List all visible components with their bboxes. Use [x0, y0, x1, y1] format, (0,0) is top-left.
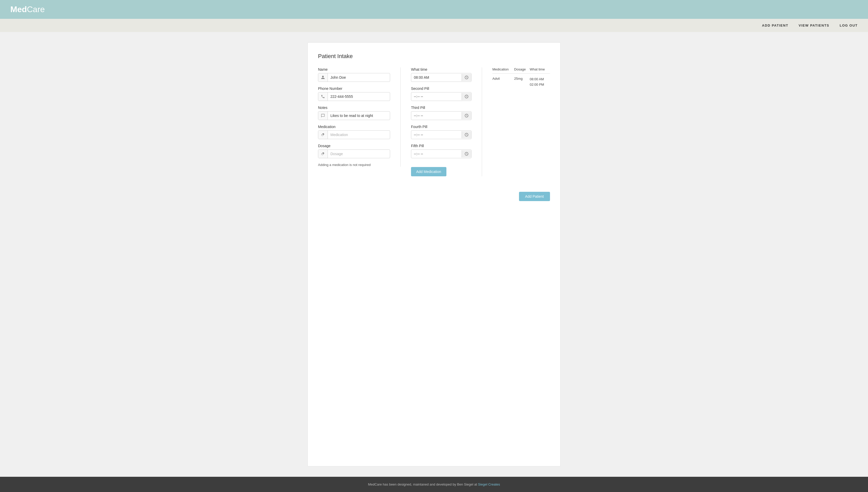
table-cell-dosage: 25mg [514, 74, 530, 91]
header-nav: ADD PATIENT VIEW PATIENTS LOG OUT [0, 19, 868, 32]
medication-input[interactable] [328, 131, 390, 139]
col-header-what-time: What time [530, 67, 550, 74]
col-left: Name Phone Number [318, 67, 401, 167]
notes-input-wrapper [318, 111, 390, 120]
third-pill-field-group: Third Pill [411, 105, 471, 120]
col-right: Medication Dosage What time Advil25mg08:… [482, 67, 550, 91]
third-pill-label: Third Pill [411, 105, 471, 110]
time-entry: 02:00 PM [530, 82, 550, 88]
medication-field-group: Medication [318, 125, 390, 139]
name-input[interactable] [328, 73, 390, 81]
patient-intake-card: Patient Intake Name Phone Number [307, 42, 561, 466]
logo-light: Care [27, 5, 45, 14]
notes-input[interactable] [328, 112, 390, 120]
fifth-pill-input[interactable] [411, 150, 462, 158]
notes-label: Notes [318, 105, 390, 110]
fourth-pill-wrapper [411, 130, 471, 139]
what-time-label: What time [411, 67, 471, 72]
second-pill-label: Second Pill [411, 87, 471, 91]
medication-icon [318, 131, 328, 139]
add-medication-button[interactable]: Add Medication [411, 167, 446, 176]
col-middle: What time Second Pill [401, 67, 482, 176]
header-top: MedCare [0, 0, 868, 19]
fifth-pill-field-group: Fifth Pill [411, 144, 471, 158]
table-row: Advil25mg08:00 AM02:00 PM [492, 74, 550, 91]
form-layout: Name Phone Number [318, 67, 550, 176]
logo-bold: Med [10, 5, 27, 14]
phone-input[interactable] [328, 92, 390, 101]
what-time-field-group: What time [411, 67, 471, 82]
dosage-icon [318, 150, 328, 158]
footer-text: MedCare has been designed, maintaned and… [368, 483, 478, 486]
phone-field-group: Phone Number [318, 87, 390, 101]
second-pill-field-group: Second Pill [411, 87, 471, 101]
notes-icon [318, 112, 328, 120]
third-pill-clock-btn[interactable] [462, 112, 471, 119]
table-cell-times: 08:00 AM02:00 PM [530, 74, 550, 91]
phone-input-wrapper [318, 92, 390, 101]
what-time-input[interactable] [411, 73, 462, 81]
fourth-pill-field-group: Fourth Pill [411, 125, 471, 139]
second-pill-clock-btn[interactable] [462, 93, 471, 100]
what-time-clock-btn[interactable] [462, 74, 471, 81]
third-pill-input[interactable] [411, 112, 462, 120]
medication-label: Medication [318, 125, 390, 129]
nav-add-patient[interactable]: ADD PATIENT [762, 24, 789, 27]
user-icon [318, 73, 328, 81]
fifth-pill-wrapper [411, 149, 471, 158]
time-entry: 08:00 AM [530, 77, 550, 82]
nav-log-out[interactable]: LOG OUT [840, 24, 858, 27]
medication-table: Medication Dosage What time Advil25mg08:… [492, 67, 550, 91]
add-patient-button[interactable]: Add Patient [519, 192, 550, 201]
card-footer: Add Patient [318, 187, 550, 201]
logo: MedCare [10, 5, 858, 14]
dosage-input[interactable] [328, 150, 390, 158]
what-time-wrapper [411, 73, 471, 82]
nav-view-patients[interactable]: VIEW PATIENTS [799, 24, 829, 27]
main-content: Patient Intake Name Phone Number [0, 32, 868, 477]
name-input-wrapper [318, 73, 390, 82]
site-footer: MedCare has been designed, maintaned and… [0, 477, 868, 492]
dosage-label: Dosage [318, 144, 390, 148]
fourth-pill-input[interactable] [411, 131, 462, 139]
third-pill-wrapper [411, 111, 471, 120]
col-header-medication: Medication [492, 67, 514, 74]
notes-field-group: Notes [318, 105, 390, 120]
fifth-pill-clock-btn[interactable] [462, 150, 471, 157]
page-title: Patient Intake [318, 53, 550, 59]
fourth-pill-clock-btn[interactable] [462, 131, 471, 138]
medication-input-wrapper [318, 130, 390, 139]
fifth-pill-label: Fifth Pill [411, 144, 471, 148]
dosage-field-group: Dosage [318, 144, 390, 158]
col-header-dosage: Dosage [514, 67, 530, 74]
phone-icon [318, 92, 328, 101]
fourth-pill-label: Fourth Pill [411, 125, 471, 129]
phone-label: Phone Number [318, 87, 390, 91]
table-header-row: Medication Dosage What time [492, 67, 550, 74]
help-text: Adding a medication is not required [318, 163, 390, 167]
dosage-input-wrapper [318, 149, 390, 158]
table-cell-medication: Advil [492, 74, 514, 91]
footer-link[interactable]: Siegel Creates [478, 483, 500, 486]
name-field-group: Name [318, 67, 390, 82]
name-label: Name [318, 67, 390, 72]
second-pill-wrapper [411, 92, 471, 101]
second-pill-input[interactable] [411, 92, 462, 101]
